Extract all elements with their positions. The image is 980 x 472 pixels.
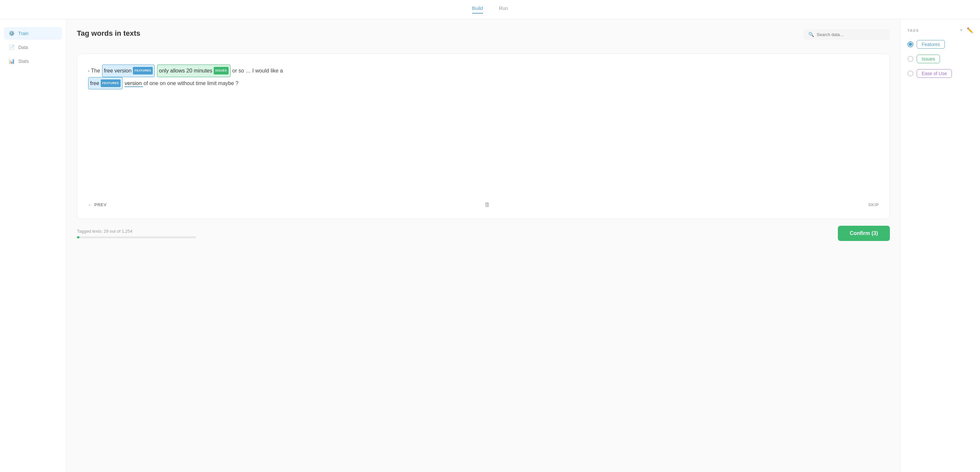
main-content: Tag words in texts 🔍 - The free version …	[66, 19, 900, 472]
segment-free-version[interactable]: free version FEATURES	[102, 65, 155, 77]
badge-features-2: FEATURES	[101, 79, 121, 87]
search-input[interactable]	[817, 32, 885, 37]
sidebar-item-train-label: Train	[18, 31, 29, 36]
radio-issues[interactable]	[907, 56, 913, 62]
radio-features[interactable]	[907, 41, 913, 48]
segment-only-allows[interactable]: only allows 20 minutes ISSUES	[157, 65, 231, 77]
tag-option-features[interactable]: Features	[907, 40, 974, 49]
edit-tag-icon[interactable]: ✏️	[967, 27, 974, 33]
prev-button[interactable]: ← PREV	[88, 202, 107, 207]
add-tag-icon[interactable]: +	[960, 27, 963, 33]
card-footer: ← PREV 🗑 SKIP	[88, 195, 879, 208]
annotation-card: - The free version FEATURES only allows …	[77, 54, 890, 219]
skip-button[interactable]: SKIP	[869, 202, 879, 207]
text-mid1: or so … I would like a	[232, 68, 283, 73]
delete-icon[interactable]: 🗑	[484, 201, 490, 208]
card-text-area: - The free version FEATURES only allows …	[88, 65, 879, 195]
progress-bar-container	[77, 236, 196, 238]
sidebar-item-data[interactable]: 📄 Data	[4, 41, 62, 54]
progress-label: Tagged texts: 29 out of 1,254	[77, 229, 838, 234]
text-prefix: - The	[88, 68, 102, 73]
progress-bar-fill	[77, 236, 80, 238]
segment-free-version-text: free version	[104, 65, 132, 76]
tab-run[interactable]: Run	[499, 5, 508, 14]
prev-label: PREV	[94, 202, 107, 207]
bottom-section: Tagged texts: 29 out of 1,254 Confirm (3…	[77, 226, 890, 241]
tags-panel: TAGS + ✏️ Features Issues Ease of Use	[900, 19, 980, 472]
segment-only-allows-text: only allows 20 minutes	[159, 65, 212, 76]
sidebar-item-stats[interactable]: 📊 Stats	[4, 55, 62, 68]
radio-ease-of-use[interactable]	[907, 71, 913, 76]
tag-option-ease-of-use[interactable]: Ease of Use	[907, 69, 974, 78]
prev-arrow-icon: ←	[88, 202, 92, 207]
tag-chip-issues[interactable]: Issues	[917, 55, 940, 63]
sidebar-item-data-label: Data	[18, 45, 28, 50]
progress-section: Tagged texts: 29 out of 1,254	[77, 229, 838, 238]
badge-features-1: FEATURES	[133, 67, 153, 74]
main-top-row: Tag words in texts 🔍	[77, 29, 890, 46]
tag-chip-ease-of-use[interactable]: Ease of Use	[917, 69, 952, 78]
segment-free-text: free	[90, 78, 99, 89]
tag-chip-features[interactable]: Features	[917, 40, 945, 49]
sidebar-item-train[interactable]: ⚙️ Train	[4, 27, 62, 40]
tags-header: TAGS + ✏️	[907, 27, 974, 33]
text-suffix: of one on one without time limit maybe ?	[143, 81, 238, 86]
tag-option-issues[interactable]: Issues	[907, 55, 974, 63]
confirm-button[interactable]: Confirm (3)	[838, 226, 890, 241]
sidebar-item-stats-label: Stats	[18, 59, 29, 64]
tab-build[interactable]: Build	[472, 5, 483, 14]
search-icon: 🔍	[808, 32, 814, 37]
segment-free[interactable]: free FEATURES	[88, 77, 123, 90]
page-title: Tag words in texts	[77, 29, 140, 38]
document-icon: 📄	[9, 44, 15, 50]
sidebar: ⚙️ Train 📄 Data 📊 Stats	[0, 19, 66, 472]
tags-title: TAGS	[907, 29, 919, 32]
top-nav: Build Run	[0, 0, 980, 19]
radio-features-inner	[909, 43, 912, 46]
chart-icon: 📊	[9, 58, 15, 64]
segment-version[interactable]: version	[124, 81, 143, 87]
badge-issues: ISSUES	[214, 67, 229, 74]
segment-version-text: version	[124, 81, 142, 86]
search-bar[interactable]: 🔍	[804, 29, 890, 40]
tags-actions: + ✏️	[960, 27, 974, 33]
app-layout: ⚙️ Train 📄 Data 📊 Stats Tag words in tex…	[0, 19, 980, 472]
gear-icon: ⚙️	[9, 30, 15, 36]
